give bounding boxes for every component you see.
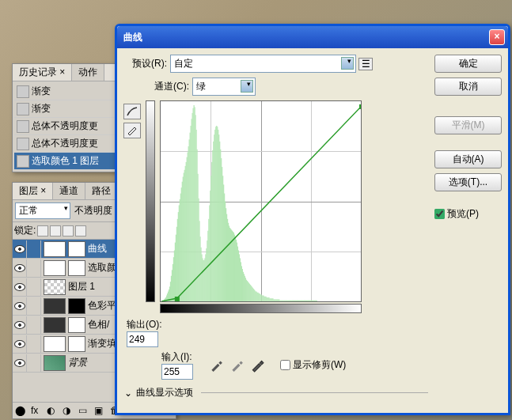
preset-select[interactable]: 自定 <box>170 55 356 73</box>
preview-input[interactable] <box>434 209 445 219</box>
visibility-icon[interactable] <box>13 240 27 258</box>
disclosure-icon: ⌄ <box>123 388 133 398</box>
curve-tools <box>123 104 141 315</box>
fx-icon[interactable]: fx <box>31 405 42 416</box>
cancel-button[interactable]: 取消 <box>434 78 502 96</box>
visibility-icon[interactable] <box>13 335 27 353</box>
eyedropper-gray-icon[interactable] <box>229 358 244 373</box>
lock-all-icon[interactable] <box>75 225 86 236</box>
show-clipping-checkbox[interactable]: 显示修剪(W) <box>280 358 346 372</box>
curves-dialog: 曲线 × 预设(R): 自定 ☰ 通道(C): 绿 <box>115 24 510 415</box>
history-label: 渐变 <box>32 102 51 115</box>
tab-paths[interactable]: 路径 <box>85 183 118 199</box>
blend-mode-select[interactable]: 正常 <box>15 202 70 219</box>
link-cell[interactable] <box>27 278 41 296</box>
lock-transparent-icon[interactable] <box>37 225 48 236</box>
layer-thumb[interactable] <box>44 298 66 314</box>
visibility-icon[interactable] <box>13 316 27 334</box>
new-layer-icon[interactable]: ▣ <box>94 405 105 416</box>
curve-graph[interactable] <box>160 100 362 302</box>
disclosure-label: 曲线显示选项 <box>136 386 193 399</box>
output-input[interactable] <box>127 331 158 347</box>
layer-mask[interactable] <box>68 260 85 276</box>
auto-button[interactable]: 自动(A) <box>434 150 502 168</box>
visibility-icon[interactable] <box>13 297 27 315</box>
history-label: 渐变 <box>32 85 51 98</box>
titlebar[interactable]: 曲线 × <box>117 26 508 48</box>
history-label: 选取颜色 1 图层 <box>32 154 99 168</box>
input-gradient <box>160 304 362 313</box>
input-label: 输入(I): <box>161 350 193 364</box>
folder-icon[interactable]: ▭ <box>78 405 89 416</box>
lock-move-icon[interactable] <box>63 225 74 236</box>
link-cell[interactable] <box>27 335 41 353</box>
smooth-button[interactable]: 平滑(M) <box>434 116 502 134</box>
dialog-buttons: 确定 取消 平滑(M) 自动(A) 选项(T)... 预览(P) <box>434 55 502 399</box>
history-label: 总体不透明度更 <box>32 137 98 150</box>
eyedropper-black-icon[interactable] <box>209 358 223 373</box>
input-input[interactable] <box>161 364 193 380</box>
curve-display-options[interactable]: ⌄ 曲线显示选项 <box>123 386 428 399</box>
selectcolor-icon <box>17 155 29 168</box>
link-icon[interactable]: ⬤ <box>15 405 26 416</box>
layer-thumb[interactable] <box>44 317 66 333</box>
opacity-icon <box>17 120 29 133</box>
lock-paint-icon[interactable] <box>50 225 61 236</box>
layer-mask[interactable] <box>68 336 85 352</box>
eyedropper-white-icon[interactable] <box>250 358 264 373</box>
show-clipping-input[interactable] <box>280 360 290 370</box>
layer-thumb[interactable] <box>44 241 66 257</box>
preview-label: 预览(P) <box>447 207 479 221</box>
visibility-icon[interactable] <box>13 259 27 277</box>
curve-tool-point[interactable] <box>123 104 141 119</box>
link-cell[interactable] <box>27 316 41 334</box>
opacity-icon <box>17 138 29 150</box>
visibility-icon[interactable] <box>13 278 27 296</box>
mask-icon[interactable]: ◐ <box>47 405 58 416</box>
layer-mask[interactable] <box>68 317 85 333</box>
preset-label: 预设(R): <box>123 57 167 70</box>
link-cell[interactable] <box>27 354 41 372</box>
svg-rect-256 <box>175 297 180 301</box>
tab-layers[interactable]: 图层 × <box>13 183 53 199</box>
preview-checkbox[interactable]: 预览(P) <box>434 207 502 221</box>
tab-history[interactable]: 历史记录 × <box>13 64 72 81</box>
svg-rect-257 <box>359 104 361 109</box>
close-button[interactable]: × <box>489 29 505 45</box>
layer-mask[interactable] <box>68 241 85 257</box>
eyedropper-group <box>209 358 264 373</box>
visibility-icon[interactable] <box>13 354 27 372</box>
tab-channels[interactable]: 通道 <box>53 183 85 199</box>
history-label: 总体不透明度更 <box>32 119 98 133</box>
dialog-title: 曲线 <box>123 31 489 44</box>
output-label: 输出(O): <box>127 318 428 331</box>
gradient-icon <box>17 85 29 98</box>
output-gradient <box>146 100 155 302</box>
gradient-icon <box>17 103 29 115</box>
opacity-label: 不透明度 <box>74 204 112 218</box>
lock-label: 锁定: <box>14 224 36 237</box>
preset-menu-icon[interactable]: ☰ <box>358 58 373 70</box>
layer-thumb[interactable] <box>44 260 66 276</box>
link-cell[interactable] <box>27 259 41 277</box>
layer-thumb[interactable] <box>44 355 66 371</box>
ok-button[interactable]: 确定 <box>434 55 502 73</box>
layer-mask[interactable] <box>68 298 85 314</box>
show-clipping-label: 显示修剪(W) <box>293 358 346 372</box>
layer-thumb[interactable] <box>44 279 66 295</box>
curve-tool-pencil[interactable] <box>123 123 141 138</box>
adjustment-icon[interactable]: ◑ <box>63 405 74 416</box>
options-button[interactable]: 选项(T)... <box>434 173 502 191</box>
link-cell[interactable] <box>27 240 41 258</box>
link-cell[interactable] <box>27 297 41 315</box>
curve-line <box>161 101 361 301</box>
channel-label: 通道(C): <box>146 80 189 93</box>
layer-thumb[interactable] <box>44 336 66 352</box>
channel-select[interactable]: 绿 <box>192 78 256 96</box>
tab-actions[interactable]: 动作 <box>72 64 104 81</box>
